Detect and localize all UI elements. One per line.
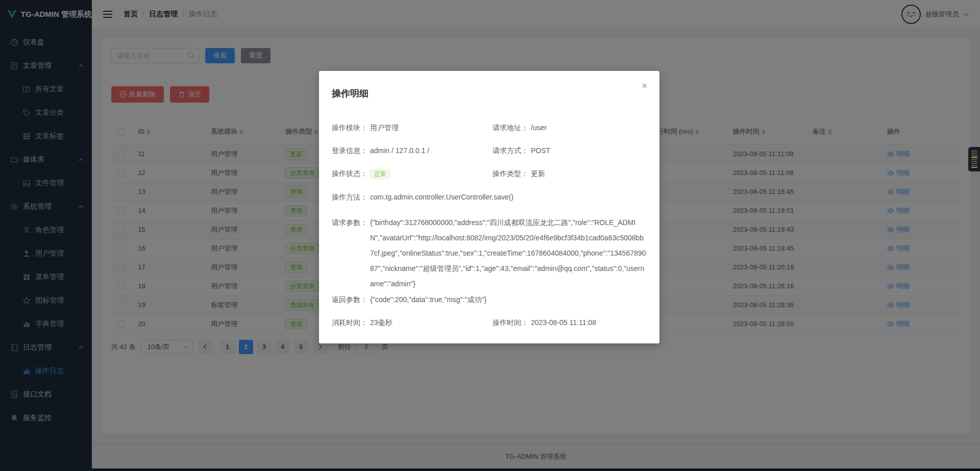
field-value: 用户管理 [370,122,493,133]
field-label: 消耗时间： [332,317,370,328]
field-label: 操作方法： [332,192,370,202]
detail-row: 操作状态： 正常 操作类型： 更新 [332,168,647,179]
field-label: 登录信息： [332,145,370,156]
detail-row: 操作方法： com.tg.admin.controller.UserContro… [332,192,647,202]
field-label: 请求地址： [493,122,531,133]
detail-row: 登录信息： admin / 127.0.0.1 / 请求方式： POST [332,145,647,156]
close-icon[interactable]: × [642,81,647,90]
field-label: 请求参数： [332,215,370,287]
field-value: /user [531,122,647,133]
field-value: 更新 [531,168,647,179]
field-value: POST [531,145,647,156]
floating-scroll-widget[interactable] [968,147,980,171]
operation-detail-modal: × 操作明细 操作模块： 用户管理 请求地址： /user 登录信息： admi… [319,71,659,343]
field-label: 操作模块： [332,122,370,133]
field-value: 正常 [370,168,493,179]
detail-row: 操作模块： 用户管理 请求地址： /user [332,122,647,133]
field-value: 2023-08-05 11:11:08 [531,317,647,328]
detail-row: 消耗时间： 23毫秒 操作时间： 2023-08-05 11:11:08 [332,317,647,328]
field-label: 操作状态： [332,168,370,179]
field-value: {"birthday":312768000000,"address":"四川成都… [370,215,647,291]
field-value: {"code":200,"data":true,"msg":"成功"} [370,294,647,305]
field-value: admin / 127.0.0.1 / [370,145,493,156]
modal-body: 操作模块： 用户管理 请求地址： /user 登录信息： admin / 127… [332,122,647,328]
field-label: 请求方式： [493,145,531,156]
detail-row: 请求参数： {"birthday":312768000000,"address"… [332,215,647,287]
modal-title: 操作明细 [332,87,647,100]
field-value: com.tg.admin.controller.UserController.s… [370,192,647,202]
field-label: 操作时间： [493,317,531,328]
detail-row: 返回参数： {"code":200,"data":true,"msg":"成功"… [332,294,647,305]
field-label: 返回参数： [332,294,370,305]
field-value: 23毫秒 [370,317,493,328]
field-label: 操作类型： [493,168,531,179]
status-tag: 正常 [370,169,390,179]
